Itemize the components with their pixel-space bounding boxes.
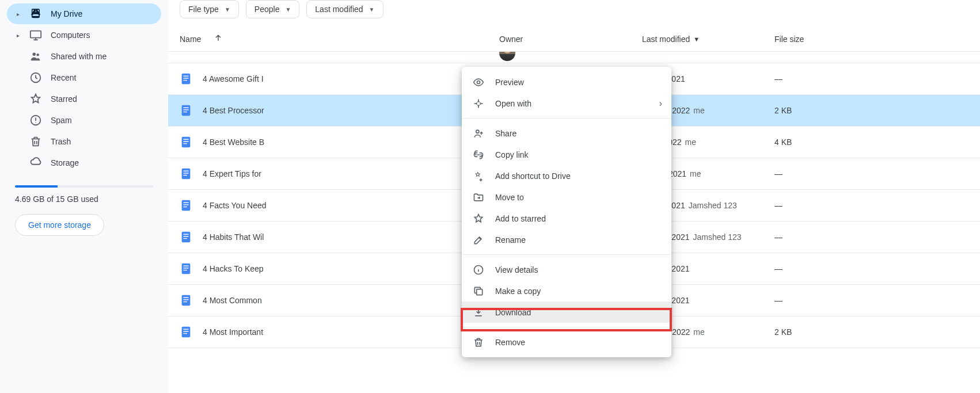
docs-icon — [180, 136, 192, 148]
svg-rect-24 — [183, 207, 187, 207]
file-name: 4 Best Website B — [203, 138, 264, 147]
sidebar-item-spam[interactable]: ▸ Spam — [7, 110, 161, 131]
sort-arrow-up-icon[interactable] — [214, 33, 223, 44]
sidebar-item-my-drive[interactable]: ▸ My Drive — [7, 3, 161, 24]
svg-rect-18 — [183, 171, 188, 171]
svg-rect-11 — [183, 109, 188, 110]
svg-point-2 — [36, 54, 39, 56]
svg-rect-29 — [182, 264, 191, 274]
column-name[interactable]: Name — [180, 35, 201, 44]
sidebar-item-storage[interactable]: ▸ Storage — [7, 152, 161, 173]
svg-rect-25 — [182, 232, 191, 242]
menu-rename[interactable]: Rename — [462, 229, 671, 250]
menu-download[interactable]: Download — [462, 302, 671, 323]
shared-icon — [29, 49, 43, 63]
add-shortcut-icon — [472, 170, 485, 182]
sidebar-item-label: My Drive — [51, 9, 82, 18]
svg-rect-20 — [183, 175, 187, 175]
computers-icon — [29, 28, 43, 42]
svg-rect-33 — [182, 295, 191, 306]
modified-by: me — [690, 169, 701, 178]
spam-icon — [29, 113, 43, 127]
docs-icon — [180, 231, 192, 243]
expand-icon[interactable]: ▸ — [15, 11, 21, 17]
sidebar-item-label: Spam — [51, 116, 72, 125]
star-icon — [29, 92, 43, 106]
filter-last-modified[interactable]: Last modified▼ — [306, 0, 383, 18]
file-name: 4 Facts You Need — [203, 201, 267, 210]
file-name: 4 Most Common — [203, 296, 262, 305]
file-name: 4 Most Important — [203, 327, 263, 337]
svg-rect-39 — [183, 331, 188, 331]
person-add-icon — [472, 127, 485, 140]
sidebar-item-computers[interactable]: ▸ Computers — [7, 25, 161, 45]
sidebar-item-shared[interactable]: ▸ Shared with me — [7, 46, 161, 67]
docs-icon — [180, 104, 192, 117]
sidebar-item-label: Shared with me — [51, 52, 107, 61]
file-size: — — [774, 169, 783, 178]
caret-down-icon: ▼ — [225, 6, 230, 13]
modified-by: me — [693, 106, 704, 115]
svg-point-41 — [477, 81, 480, 83]
sidebar-item-recent[interactable]: ▸ Recent — [7, 67, 161, 88]
file-size: — — [774, 74, 783, 83]
filter-bar: File type▼ People▼ Last modified▼ — [168, 0, 980, 25]
svg-rect-19 — [183, 173, 188, 173]
svg-rect-34 — [183, 297, 188, 298]
svg-rect-13 — [182, 137, 191, 147]
file-size: — — [774, 264, 783, 273]
sidebar-item-starred[interactable]: ▸ Starred — [7, 89, 161, 109]
file-size: — — [774, 232, 783, 242]
svg-rect-14 — [183, 139, 188, 140]
filter-people[interactable]: People▼ — [246, 0, 300, 18]
menu-add-starred[interactable]: Add to starred — [462, 208, 671, 229]
storage-section: 4.69 GB of 15 GB used Get more storage — [7, 180, 161, 238]
docs-icon — [180, 326, 192, 338]
svg-rect-8 — [183, 80, 187, 81]
rename-icon — [472, 234, 485, 246]
modified-by: Jamshed 123 — [693, 232, 742, 242]
column-size[interactable]: File size — [774, 35, 804, 44]
chevron-right-icon: › — [659, 98, 662, 109]
file-size: 2 KB — [774, 327, 792, 337]
sidebar-item-label: Starred — [51, 94, 77, 104]
svg-rect-35 — [183, 299, 188, 300]
caret-down-icon: ▼ — [285, 6, 291, 13]
svg-point-42 — [476, 130, 479, 133]
modified-by: me — [693, 327, 704, 337]
svg-rect-9 — [182, 105, 191, 116]
menu-open-with[interactable]: Open with › — [462, 93, 671, 114]
file-size: — — [774, 296, 783, 305]
file-name: 4 Expert Tips for — [203, 169, 261, 178]
svg-rect-0 — [31, 31, 41, 38]
context-menu: Preview Open with › Share Copy link Add … — [462, 67, 671, 357]
file-name: 4 Habits That Wil — [203, 232, 264, 242]
open-with-icon — [472, 97, 485, 110]
filter-file-type[interactable]: File type▼ — [180, 0, 239, 18]
sidebar-item-trash[interactable]: ▸ Trash — [7, 131, 161, 152]
caret-down-icon: ▼ — [369, 6, 375, 13]
menu-view-details[interactable]: View details — [462, 259, 671, 280]
svg-rect-17 — [182, 169, 191, 179]
menu-remove[interactable]: Remove — [462, 331, 671, 353]
svg-rect-21 — [182, 200, 191, 211]
menu-move-to[interactable]: Move to — [462, 186, 671, 208]
column-modified[interactable]: Last modified — [642, 35, 690, 44]
get-more-storage-button[interactable]: Get more storage — [15, 214, 104, 236]
copy-icon — [472, 285, 485, 297]
menu-add-shortcut[interactable]: Add shortcut to Drive — [462, 165, 671, 186]
table-row[interactable] — [168, 52, 980, 63]
column-owner[interactable]: Owner — [499, 35, 523, 44]
menu-make-copy[interactable]: Make a copy — [462, 280, 671, 302]
star-icon — [472, 212, 485, 225]
sidebar-item-label: Trash — [51, 137, 71, 146]
menu-copy-link[interactable]: Copy link — [462, 144, 671, 165]
file-size: 4 KB — [774, 138, 792, 147]
menu-preview[interactable]: Preview — [462, 71, 671, 93]
docs-icon — [180, 73, 192, 85]
expand-icon[interactable]: ▸ — [15, 32, 21, 39]
menu-share[interactable]: Share — [462, 123, 671, 144]
svg-rect-15 — [183, 141, 188, 142]
sidebar-item-label: Recent — [51, 73, 76, 82]
main-content: File type▼ People▼ Last modified▼ Name O… — [168, 0, 980, 393]
